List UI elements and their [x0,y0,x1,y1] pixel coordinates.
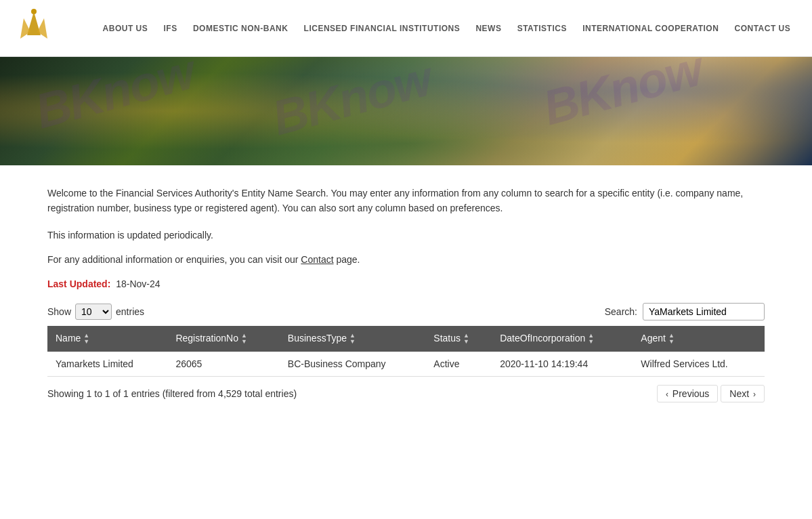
sort-arrows-business_type: ▲▼ [349,333,356,345]
col-header-agent[interactable]: Agent▲▼ [633,326,765,352]
entity-table: Name▲▼RegistrationNo▲▼BusinessType▲▼Stat… [47,326,765,377]
pagination-controls: ‹ Previous Next › [657,385,765,402]
col-header-date_of_incorporation[interactable]: DateOfIncorporation▲▼ [492,326,633,352]
svg-point-3 [31,9,37,14]
svg-marker-2 [37,18,47,39]
site-logo [14,8,54,49]
show-label: Show [47,306,71,317]
cell-reg_no: 26065 [167,352,279,377]
nav-item-about-us[interactable]: ABOUT US [98,24,154,33]
nav-item-domestic-non-bank[interactable]: DOMESTIC NON-BANK [188,24,294,33]
sort-arrows-status: ▲▼ [463,333,469,345]
prev-arrow-icon: ‹ [666,390,668,399]
description-text: Welcome to the Financial Services Author… [47,186,765,216]
cell-status: Active [425,352,492,377]
sort-arrows-reg_no: ▲▼ [241,333,247,345]
col-header-business_type[interactable]: BusinessType▲▼ [280,326,426,352]
updated-note: This information is updated periodically… [47,230,765,241]
entries-select[interactable]: 102550100 [75,304,112,320]
sort-arrows-agent: ▲▼ [668,333,675,345]
contact-note-before: For any additional information or enquir… [47,254,301,265]
table-controls: Show 102550100 entries Search: [47,303,765,320]
search-area: Search: [605,303,765,320]
main-content: Welcome to the Financial Services Author… [0,165,812,416]
cell-business_type: BC-Business Company [280,352,426,377]
previous-button[interactable]: ‹ Previous [657,385,718,402]
nav-item-ifs[interactable]: IFS [158,24,183,33]
logo-area [14,8,95,49]
cell-agent: Wilfred Services Ltd. [633,352,765,377]
svg-marker-1 [20,18,30,39]
contact-note: For any additional information or enquir… [47,254,765,265]
show-entries-control: Show 102550100 entries [47,304,144,320]
nav-item-news[interactable]: NEWS [470,24,507,33]
header: ABOUT USIFSDOMESTIC NON-BANKLICENSED FIN… [0,0,812,57]
next-label: Next [729,388,749,399]
next-button[interactable]: Next › [721,385,765,402]
cell-date_of_incorporation: 2020-11-10 14:19:44 [492,352,633,377]
table-row: Yamarkets Limited26065BC-Business Compan… [47,352,765,377]
nav-item-international-cooperation[interactable]: INTERNATIONAL COOPERATION [577,24,724,33]
main-nav: ABOUT USIFSDOMESTIC NON-BANKLICENSED FIN… [95,24,798,33]
search-input[interactable] [643,303,765,320]
sort-arrows-name: ▲▼ [83,333,89,345]
contact-note-after: page. [334,254,360,265]
hero-banner: BKnow BKnow BKnow [0,57,812,165]
nav-item-statistics[interactable]: STATISTICS [512,24,572,33]
sort-arrows-date_of_incorporation: ▲▼ [588,333,594,345]
nav-item-contact-us[interactable]: CONTACT US [729,24,796,33]
last-updated-label: Last Updated: [47,278,110,289]
table-header: Name▲▼RegistrationNo▲▼BusinessType▲▼Stat… [47,326,765,352]
previous-label: Previous [672,388,709,399]
next-arrow-icon: › [753,390,756,399]
showing-info: Showing 1 to 1 of 1 entries (filtered fr… [47,388,297,399]
search-label: Search: [605,306,637,317]
entries-label: entries [116,306,144,317]
last-updated-value: 18-Nov-24 [116,278,160,289]
contact-link[interactable]: Contact [301,254,333,265]
last-updated: Last Updated: 18-Nov-24 [47,278,765,289]
col-header-reg_no[interactable]: RegistrationNo▲▼ [167,326,279,352]
table-footer: Showing 1 to 1 of 1 entries (filtered fr… [47,385,765,402]
table-body: Yamarkets Limited26065BC-Business Compan… [47,352,765,377]
col-header-status[interactable]: Status▲▼ [425,326,492,352]
cell-name: Yamarkets Limited [47,352,167,377]
col-header-name[interactable]: Name▲▼ [47,326,167,352]
nav-item-licensed-financial-institutions[interactable]: LICENSED FINANCIAL INSTITUTIONS [299,24,466,33]
table-header-row: Name▲▼RegistrationNo▲▼BusinessType▲▼Stat… [47,326,765,352]
hero-overlay [0,57,812,165]
